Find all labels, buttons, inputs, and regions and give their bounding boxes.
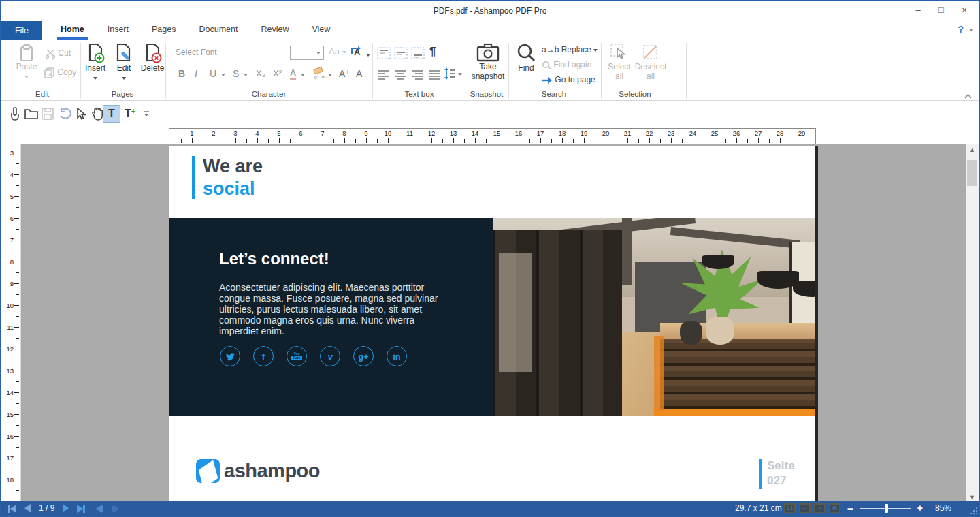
ruler-number: 4 bbox=[255, 129, 259, 137]
align-justify-button[interactable] bbox=[429, 69, 440, 81]
collapse-ribbon-button[interactable] bbox=[964, 94, 972, 99]
tab-pages[interactable]: Pages bbox=[140, 20, 187, 40]
tab-insert[interactable]: Insert bbox=[96, 20, 140, 40]
first-page-button[interactable] bbox=[8, 503, 16, 513]
help-caret-icon[interactable] bbox=[969, 29, 973, 31]
strikethrough-button[interactable]: S bbox=[233, 68, 239, 79]
strikethrough-caret-icon[interactable] bbox=[244, 74, 248, 76]
paste-button[interactable]: Paste bbox=[11, 43, 42, 81]
previous-page-button[interactable] bbox=[24, 504, 31, 512]
page-heading[interactable]: We are social bbox=[203, 155, 263, 200]
toolbar-overflow-button[interactable] bbox=[137, 105, 155, 123]
tab-review[interactable]: Review bbox=[249, 20, 300, 40]
vertical-scrollbar[interactable]: ▲ ▼ bbox=[966, 144, 979, 503]
history-forward-button[interactable] bbox=[112, 503, 119, 513]
scroll-up-icon[interactable]: ▲ bbox=[966, 144, 979, 156]
ruler-tick bbox=[715, 138, 715, 143]
bold-button[interactable]: B bbox=[178, 68, 185, 79]
document-canvas[interactable]: 3456789101112131415161718 We are social … bbox=[1, 144, 979, 503]
highlight-caret-icon[interactable] bbox=[328, 74, 332, 76]
page-size-label: 29.7 x 21 cm bbox=[735, 501, 782, 516]
align-left-button[interactable] bbox=[378, 69, 389, 81]
add-text-button[interactable]: T + bbox=[121, 105, 139, 123]
font-color-caret-icon[interactable] bbox=[301, 74, 305, 76]
zoom-in-button[interactable]: + bbox=[917, 503, 923, 514]
replace-button[interactable]: a→b Replace bbox=[542, 45, 598, 54]
facebook-icon[interactable]: f bbox=[253, 346, 274, 366]
font-size-combo[interactable] bbox=[290, 46, 324, 60]
vimeo-icon[interactable]: v bbox=[320, 346, 340, 366]
history-back-button[interactable] bbox=[96, 503, 103, 513]
subscript-button[interactable]: X₂ bbox=[256, 68, 265, 78]
valign-middle-button[interactable] bbox=[394, 47, 408, 59]
zoom-out-button[interactable]: − bbox=[847, 503, 853, 514]
valign-bottom-button[interactable] bbox=[411, 47, 425, 59]
line-spacing-caret-icon[interactable] bbox=[458, 73, 462, 76]
tab-view[interactable]: View bbox=[300, 20, 342, 40]
zoom-slider-handle[interactable] bbox=[885, 504, 888, 513]
save-button[interactable] bbox=[39, 105, 56, 123]
office-photo[interactable] bbox=[493, 218, 815, 416]
underline-button[interactable]: U bbox=[210, 68, 216, 79]
superscript-button[interactable]: X² bbox=[273, 68, 282, 78]
align-right-button[interactable] bbox=[412, 69, 423, 81]
find-again-button[interactable]: Find again bbox=[542, 60, 591, 69]
ruler-number: 10 bbox=[6, 302, 14, 309]
shrink-font-button[interactable]: A⁻ bbox=[356, 68, 368, 79]
zoom-slider[interactable] bbox=[860, 508, 911, 509]
select-tool-button[interactable] bbox=[72, 105, 90, 123]
scrollbar-thumb[interactable] bbox=[967, 160, 977, 186]
tab-file[interactable]: File bbox=[1, 21, 42, 40]
tab-home[interactable]: Home bbox=[49, 20, 96, 40]
youtube-icon[interactable]: You Tube bbox=[287, 346, 307, 366]
linkedin-icon[interactable]: in bbox=[387, 346, 407, 366]
view-fit-page-button[interactable]: ≡ bbox=[814, 503, 826, 513]
next-page-button[interactable] bbox=[63, 504, 69, 512]
view-fit-width-button[interactable]: ↔ bbox=[799, 503, 811, 513]
go-to-page-button[interactable]: Go to page bbox=[542, 75, 595, 84]
last-page-button[interactable] bbox=[77, 503, 85, 513]
cut-button[interactable]: Cut bbox=[45, 48, 71, 59]
valign-top-button[interactable] bbox=[377, 47, 391, 59]
twitter-icon[interactable] bbox=[220, 346, 240, 366]
brand-logo[interactable]: ashampoo bbox=[196, 459, 320, 483]
close-button[interactable]: × bbox=[953, 1, 976, 19]
page-number-accent-bar bbox=[759, 459, 762, 489]
underline-caret-icon[interactable] bbox=[221, 74, 225, 76]
resize-grip[interactable] bbox=[969, 506, 977, 514]
deselect-all-button[interactable]: Deselect all bbox=[634, 43, 667, 81]
ruler-number: 25 bbox=[711, 129, 719, 137]
change-case-button[interactable]: Aa bbox=[329, 46, 346, 57]
line-spacing-button[interactable] bbox=[444, 67, 456, 80]
select-all-button[interactable]: Select all bbox=[604, 43, 634, 81]
maximize-button[interactable]: □ bbox=[930, 1, 953, 19]
text-direction-button[interactable]: A bbox=[350, 45, 370, 59]
hero-paragraph[interactable]: Aconsectetuer adipiscing elit. Maecenas … bbox=[219, 282, 452, 336]
pdf-page[interactable]: We are social Let’s connect! Aconsectetu… bbox=[169, 146, 815, 503]
google-plus-icon[interactable]: g+ bbox=[353, 346, 374, 366]
select-text-button[interactable]: T bbox=[103, 105, 120, 123]
help-icon[interactable]: ? bbox=[958, 24, 964, 35]
italic-button[interactable]: I bbox=[195, 68, 197, 79]
ruler-tick bbox=[16, 469, 19, 469]
insert-page-button[interactable]: Insert bbox=[82, 43, 109, 82]
view-actual-size-button[interactable]: 1:1 bbox=[784, 503, 796, 513]
find-button[interactable]: Find bbox=[513, 43, 539, 73]
grow-font-button[interactable]: A⁺ bbox=[339, 68, 350, 79]
take-snapshot-button[interactable]: Take snapshot bbox=[471, 43, 505, 81]
pilcrow-button[interactable]: ¶ bbox=[429, 45, 436, 59]
align-center-button[interactable] bbox=[395, 69, 406, 81]
copy-button[interactable]: A Copy bbox=[44, 67, 76, 78]
font-color-button[interactable]: A bbox=[290, 68, 296, 80]
open-file-button[interactable] bbox=[22, 105, 40, 123]
page-number-block[interactable]: Seite 027 bbox=[767, 458, 795, 488]
touch-mode-button[interactable] bbox=[5, 105, 23, 123]
highlight-button[interactable]: ab bbox=[313, 67, 327, 80]
view-two-page-button[interactable]: ▤ bbox=[829, 503, 840, 513]
tab-document[interactable]: Document bbox=[187, 20, 249, 40]
minimize-button[interactable]: – bbox=[906, 1, 930, 19]
delete-page-button[interactable]: Delete bbox=[138, 43, 167, 73]
edit-page-button[interactable]: Edit bbox=[110, 43, 137, 82]
undo-button[interactable] bbox=[56, 105, 74, 123]
hero-title[interactable]: Let’s connect! bbox=[219, 249, 329, 268]
